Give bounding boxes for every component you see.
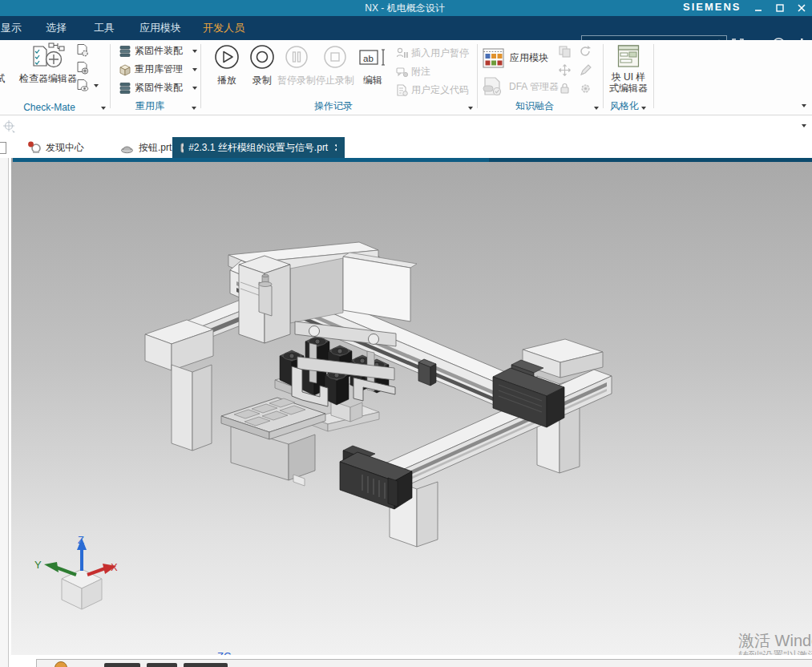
insert-user-pause-icon — [396, 47, 408, 59]
journal-group-dropdown[interactable] — [468, 107, 473, 110]
menu-item-developer[interactable]: 开发人员 — [203, 21, 244, 35]
checker-editor-button[interactable] — [27, 42, 67, 72]
toolbar-options-dropdown[interactable] — [802, 124, 806, 127]
status-clipped-text — [104, 663, 140, 667]
discovery-center-icon — [27, 141, 41, 154]
group-label-reuse: 重用库 — [111, 99, 189, 113]
kf-copy-button[interactable] — [556, 43, 572, 59]
reuse-manage-dropdown[interactable] — [192, 68, 197, 71]
title-bar: NX - 机电概念设计 SIEMENS — [0, 0, 812, 16]
menu-bar: 显示 选择 工具 应用模块 开发人员 ? — [0, 16, 812, 40]
fastener-dropdown-1[interactable] — [192, 50, 197, 53]
left-resource-strip[interactable] — [0, 158, 9, 667]
app-module-icon — [483, 47, 504, 68]
kf-gear-icon — [579, 82, 592, 95]
tab-discovery-center[interactable]: 发现中心 — [19, 137, 92, 158]
kf-edit-button[interactable] — [577, 62, 593, 78]
maximize-button[interactable] — [774, 2, 786, 14]
kf-copy-icon — [558, 45, 572, 59]
edit-journal-button[interactable]: ab — [358, 48, 387, 67]
ribbon-group-checkmate: 测试 检查器编辑器 — [0, 40, 110, 115]
close-tab-icon[interactable] — [334, 144, 337, 152]
doc-eye-dropdown[interactable] — [94, 84, 99, 87]
doc-plus-button[interactable] — [75, 60, 91, 76]
annotation-button[interactable]: 附注 — [396, 65, 430, 79]
user-defined-code-button[interactable]: 用户定义代码 — [396, 83, 469, 97]
minimize-icon — [753, 3, 763, 13]
snap-point-icon — [2, 119, 17, 134]
block-ui-styler-icon — [617, 44, 640, 68]
group-label-journal: 操作记录 — [201, 99, 466, 113]
play-icon — [214, 44, 240, 70]
fastener-assembly-button[interactable]: 紧固件装配 — [119, 44, 183, 58]
group-label-stylize: 风格化 — [604, 99, 645, 113]
z-axis-label: Z — [78, 534, 84, 546]
document-tab-bar: 发现中心 按钮.prt #2.3.1 丝杆模组的设置与信号.prt — [0, 137, 812, 158]
window-partial-icon — [0, 142, 6, 154]
fastener-dropdown-2[interactable] — [192, 87, 197, 90]
maximize-icon — [775, 3, 785, 13]
svg-text:ab: ab — [363, 54, 374, 63]
dfa-manager-button[interactable]: DFA 管理器 — [482, 76, 559, 97]
menu-item-application[interactable]: 应用模块 — [139, 21, 181, 35]
edit-ab-icon: ab — [358, 48, 387, 67]
ribbon: 测试 检查器编辑器 — [0, 40, 812, 115]
left-pedestal — [145, 320, 213, 451]
snap-point-button[interactable] — [2, 119, 18, 135]
menu-item-tools[interactable]: 工具 — [94, 21, 115, 35]
stylize-group-dropdown[interactable] — [641, 107, 646, 110]
close-button[interactable] — [795, 2, 808, 14]
ribbon-group-journal: 播放 录制 暂停录制 停止录制 ab — [201, 40, 477, 115]
x-axis-arrow[interactable] — [87, 568, 105, 575]
stop-record-label: 停止录制 — [313, 74, 357, 87]
dfa-manager-label: DFA 管理器 — [509, 80, 559, 94]
stop-record-button[interactable] — [323, 45, 347, 69]
knowledge-group-dropdown[interactable] — [594, 107, 599, 110]
reuse-group-dropdown[interactable] — [192, 107, 196, 110]
block-ui-styler-button[interactable] — [617, 44, 640, 68]
application-module-button[interactable]: 应用模块 — [483, 47, 548, 68]
menu-item-display[interactable]: 显示 — [1, 21, 22, 35]
status-clipped-text — [184, 663, 228, 667]
ribbon-options-dropdown[interactable] — [802, 104, 806, 107]
part-icon — [120, 141, 134, 154]
checkmate-group-dropdown[interactable] — [101, 107, 106, 110]
kf-move-button[interactable] — [556, 62, 572, 78]
doc-gear-button[interactable] — [75, 42, 91, 59]
annotation-icon — [396, 66, 408, 78]
pocket-tray — [221, 398, 325, 486]
tab-active-document[interactable]: #2.3.1 丝杆模组的设置与信号.prt — [172, 137, 345, 158]
ribbon-group-stylize: 块 UI 样 式编辑器 风格化 — [604, 40, 653, 115]
pause-record-button[interactable] — [285, 45, 309, 69]
kf-settings-button[interactable] — [577, 80, 593, 96]
sensor-block — [418, 359, 436, 386]
menu-item-select[interactable]: 选择 — [46, 21, 67, 35]
minimize-button[interactable] — [752, 2, 765, 14]
group-separator — [653, 44, 654, 108]
kf-refresh-button[interactable] — [577, 43, 593, 59]
fastener-assembly-button-2[interactable]: 紧固件装配 — [119, 81, 183, 95]
tab-label: 按钮.prt — [139, 141, 172, 155]
fastener-assembly-label-2: 紧固件装配 — [135, 81, 183, 95]
reuse-library-manage-button[interactable]: 重用库管理 — [119, 63, 183, 76]
fastener-icon — [119, 45, 131, 58]
orientation-triad[interactable]: Z Y X — [34, 534, 118, 609]
application-module-label: 应用模块 — [510, 51, 548, 65]
doc-eye-button[interactable] — [75, 78, 91, 94]
user-code-icon — [396, 84, 408, 96]
annotation-label: 附注 — [411, 65, 430, 79]
kf-move-icon — [558, 63, 572, 77]
siemens-logo: SIEMENS — [683, 1, 741, 13]
part-icon — [180, 142, 184, 154]
ribbon-group-reuse: 紧固件装配 重用库管理 紧固件装配 重用库 — [111, 40, 200, 115]
group-label-checkmate: Check-Mate — [0, 102, 99, 113]
fastener-assembly-label: 紧固件装配 — [135, 44, 183, 58]
tab-button-prt[interactable]: 按钮.prt — [112, 137, 180, 158]
graphics-window[interactable]: Z Y X ZC 激活 Windows 转到“设置”以激活 Windows。 — [11, 162, 812, 655]
play-button[interactable] — [214, 44, 240, 70]
insert-user-pause-button[interactable]: 插入用户暂停 — [396, 46, 469, 60]
ribbon-group-knowledge: 应用模块 DFA 管理器 — [478, 40, 603, 115]
kf-lock-button[interactable] — [556, 80, 572, 96]
checker-editor-icon — [27, 42, 67, 72]
record-button[interactable] — [249, 44, 275, 70]
